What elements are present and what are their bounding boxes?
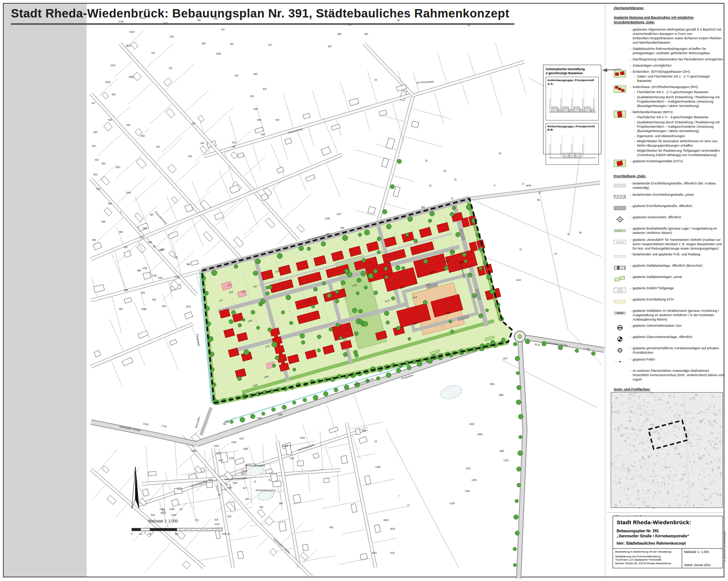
legend-item: -geplanter Kreisverkehr, öffentlich (614, 215, 724, 225)
svg-text:344: 344 (141, 291, 145, 294)
legend-subitem-label: Möglichkeiten für besondere Wohnformen i… (637, 139, 724, 148)
bullet-dash: - (633, 95, 637, 108)
svg-text:820: 820 (202, 42, 206, 45)
roundabout (514, 331, 525, 342)
bullet-dash: - (633, 115, 637, 120)
svg-text:355: 355 (340, 227, 344, 229)
svg-text:Grundstücksgrenze: Grundstücksgrenze (560, 98, 562, 110)
legend-item: -Mehrfamilienhäuser (MFH):-Flachdächer m… (614, 110, 724, 158)
svg-text:1519: 1519 (208, 479, 213, 481)
plot-file-note: Pl_20210104_391-Rahmenplan (724, 531, 726, 562)
svg-text:11: 11 (268, 479, 271, 481)
bullet-dash: - (633, 134, 637, 139)
svg-text:Zufahrt: Zufahrt (618, 288, 622, 290)
svg-text:1670: 1670 (110, 64, 116, 67)
legend-item: -geplante Stellplatzanlage, öffentlich (… (614, 264, 724, 273)
svg-text:954: 954 (108, 202, 112, 205)
svg-text:1: 1 (120, 211, 122, 214)
svg-text:947: 947 (174, 256, 178, 259)
legend-item-label: geplante gemeinschaftliche Containeranla… (633, 346, 724, 355)
kita-access-swatch (614, 298, 628, 307)
legend-item-label: bestehenden Erschließungsstraße, privat (633, 193, 724, 197)
svg-text:319: 319 (214, 518, 218, 521)
svg-text:1010: 1010 (372, 552, 377, 554)
north-arrow-icon (132, 467, 139, 509)
legend-section-heading: Erschließung, Ziele: (614, 174, 724, 178)
svg-text:13: 13 (519, 248, 522, 251)
svg-text:1756: 1756 (142, 267, 147, 270)
bullet-dash: - (633, 149, 637, 158)
svg-text:1511: 1511 (169, 35, 174, 38)
legend-item-label: geplante „Notzufahrt“ für motorisierten … (633, 238, 724, 251)
svg-text:1312: 1312 (186, 305, 191, 308)
svg-text:945: 945 (148, 241, 152, 243)
bullet-dash: - (628, 238, 633, 242)
svg-text:19: 19 (179, 508, 182, 510)
svg-text:915: 915 (156, 146, 160, 148)
svg-text:18: 18 (498, 152, 501, 155)
svg-text:Cheruskerweg: Cheruskerweg (154, 210, 168, 225)
titleblock-firm2: Tischmann Loh Stadtplaner PartGmbB (615, 558, 680, 562)
bullet-dash: - (628, 358, 633, 362)
svg-text:900: 900 (94, 131, 98, 134)
parking-private-swatch (614, 275, 628, 284)
legend-item-label: Solaranlagen ermöglichen (633, 64, 724, 68)
svg-text:Rückhaltebecken: Rückhaltebecken (256, 489, 276, 492)
svg-text:908: 908 (92, 239, 96, 241)
legend-item: -geplante gemeinschaftliche Containeranl… (614, 346, 724, 356)
bullet-dash: - (628, 110, 633, 115)
svg-text:Notzufahrt: Notzufahrt (616, 241, 624, 243)
svg-text:997: 997 (150, 214, 154, 216)
legend-item-label: geplante Stellplätze im Straßenraum (gen… (633, 309, 724, 322)
footpath-swatch (614, 252, 628, 262)
svg-text:1155: 1155 (175, 276, 180, 278)
legend-item: -geplante Poller (614, 358, 724, 367)
legend-item: -bestehender und geplanter Fuß- und Radw… (614, 252, 724, 262)
svg-text:17: 17 (522, 183, 525, 185)
svg-text:1818: 1818 (383, 519, 389, 521)
svg-text:983: 983 (119, 231, 123, 233)
svg-text:360: 360 (421, 206, 425, 208)
schematic-kettenhaus: Kettenhausgruppe, Prinzipschnitt A-A: Gr… (546, 77, 599, 120)
bullet-dash: - (628, 47, 633, 51)
bullet-dash: - (633, 90, 637, 95)
svg-text:1011: 1011 (390, 552, 395, 554)
legend-item: -geplante Stellplätze im Straßenraum (ge… (614, 309, 724, 322)
svg-text:1157: 1157 (139, 236, 145, 239)
svg-text:923: 923 (290, 457, 294, 459)
schematic-reihenhaus: Reihenhausgruppe, Prinzipschnitt B-B: Gr… (546, 123, 599, 165)
svg-text:Kleigraben: Kleigraben (196, 334, 201, 346)
svg-text:1326: 1326 (231, 441, 237, 443)
legend-item: -geplante Erschließung KITA (614, 298, 724, 307)
bullet-dash: - (628, 70, 633, 74)
svg-text:1228: 1228 (283, 445, 288, 447)
svg-text:32: 32 (567, 233, 570, 235)
svg-text:21: 21 (451, 197, 454, 200)
svg-text:1020: 1020 (214, 445, 219, 447)
svg-text:Grundstücksgrenze: Grundstücksgrenze (593, 98, 594, 110)
bullet-dash: - (628, 346, 633, 351)
notzufahrt-swatch: Notzufahrt (614, 238, 628, 247)
svg-text:623: 623 (250, 95, 254, 98)
svg-text:919: 919 (108, 119, 112, 121)
titleblock-bearbeitung: Bearbeitung in Abstimmung mit der Verwal… (615, 550, 680, 554)
svg-text:1588: 1588 (141, 308, 147, 310)
legend-item: -Kettenhaus- (KH)/Reihenhausgruppen (RH)… (614, 85, 724, 108)
svg-text:948: 948 (186, 263, 190, 266)
svg-text:905: 905 (112, 93, 116, 96)
svg-text:1362: 1362 (469, 423, 475, 425)
legend-item: -geplante Glascontaineranlage, öffentlic… (614, 335, 724, 345)
legend-item-label: bestehende Erschließungsstraße, öffentli… (633, 182, 724, 190)
svg-text:1064: 1064 (216, 52, 221, 55)
bullet-dash: - (628, 64, 633, 68)
svg-text:408: 408 (362, 429, 366, 432)
svg-text:1327: 1327 (239, 437, 245, 440)
schematic-box: Schematische Darstellung2-geschossige Ba… (543, 65, 601, 154)
svg-text:1027: 1027 (336, 213, 342, 215)
svg-text:743: 743 (151, 52, 155, 54)
svg-text:932: 932 (201, 142, 205, 144)
bullet-dash: - (628, 264, 633, 268)
svg-text:Rückhaltebecken: Rückhaltebecken (245, 464, 265, 467)
svg-text:Tiefgarage: Tiefgarage (617, 290, 624, 292)
svg-text:10: 10 (554, 252, 557, 255)
